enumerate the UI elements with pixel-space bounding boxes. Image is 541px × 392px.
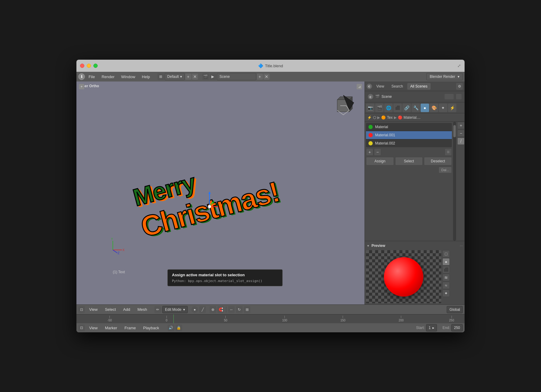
side-btn-slash[interactable]: / [457, 138, 465, 145]
material-row-0[interactable]: Material [366, 123, 452, 131]
timeline-marker-50: 50 [224, 316, 227, 322]
render-engine-selector[interactable]: Blender Render ▾ [426, 73, 463, 80]
pb-marker[interactable]: Marker [102, 324, 120, 331]
scene-icon-btn[interactable]: 🎬 [202, 73, 209, 80]
tab-search[interactable]: Search [388, 83, 406, 90]
prop-object-icon[interactable]: ⬛ [393, 104, 402, 112]
pb-playback[interactable]: Playback [140, 324, 162, 331]
sync-icon[interactable]: 🔒 [176, 324, 182, 331]
fullscreen-button[interactable]: ⤢ [457, 63, 461, 68]
audio-icon[interactable]: 🔊 [168, 324, 174, 331]
viewport-icon-btn[interactable]: ⊡ [78, 306, 85, 313]
preview-hair-btn[interactable]: ≋ [442, 274, 450, 281]
menu-file[interactable]: File [86, 73, 98, 80]
preview-header: ▼ Preview ··· [366, 242, 463, 249]
prop-texture-icon[interactable]: 🎨 [430, 104, 438, 112]
workspace-icon[interactable]: ⊞ [157, 73, 164, 80]
maximize-button[interactable] [93, 64, 98, 68]
prop-constraint-icon[interactable]: 🔗 [402, 104, 411, 112]
close-button[interactable] [80, 64, 84, 68]
minimize-button[interactable] [87, 64, 91, 68]
add-workspace-button[interactable]: + [185, 74, 191, 80]
start-frame[interactable]: 1 ▸ [426, 324, 437, 331]
preview-section: ▼ Preview ··· □ ● ⬛ ≋ ≈ [365, 241, 465, 304]
label: 200 [398, 319, 404, 322]
material-options-button[interactable]: ≡ [445, 148, 452, 156]
select-button[interactable]: Select [395, 157, 423, 165]
material-scrollbar[interactable] [453, 122, 456, 241]
render-icon-btn[interactable]: ▶ [210, 73, 216, 80]
toolbar-add[interactable]: Add [120, 306, 133, 313]
prop-particles-icon[interactable]: ✦ [439, 104, 447, 112]
material-row-2[interactable]: Material.002 [366, 139, 452, 147]
remove-scene-button[interactable]: ✕ [264, 74, 270, 80]
toolbar-mesh[interactable]: Mesh [134, 306, 150, 313]
scene-collapse-btn[interactable]: ◐ [368, 94, 373, 99]
material-row-1[interactable]: Material.001 [366, 131, 452, 139]
side-btn-down[interactable]: − [457, 130, 465, 137]
vertex-select-btn[interactable]: ● [191, 306, 198, 313]
menu-render[interactable]: Render [99, 73, 118, 80]
navigation-cube[interactable] [331, 94, 361, 124]
workspace-selector[interactable]: Default ▾ [165, 73, 185, 80]
transform-btn[interactable]: ↔ [228, 306, 235, 313]
scene-row[interactable]: ◐ 🎬 Scene [367, 93, 463, 100]
orientation-selector[interactable]: Global [447, 306, 463, 313]
pb-view[interactable]: View [86, 324, 101, 331]
prop-world-icon[interactable]: 🌐 [384, 104, 393, 112]
prop-modifier-icon[interactable]: 🔧 [412, 104, 420, 112]
pivot-btn[interactable]: ⊕ [210, 306, 216, 313]
material-list: Material Material.001 Material.002 [366, 123, 452, 147]
timeline-ruler[interactable]: -50 0 50 100 150 200 [76, 314, 465, 323]
playback-icon[interactable]: ⊡ [78, 324, 85, 331]
edge-select-btn[interactable]: ╱ [199, 306, 206, 313]
deselect-button[interactable]: Deselect [424, 157, 452, 165]
breadcrumb-tex[interactable]: 🟠 Tex [381, 115, 393, 120]
outliner-settings-icon[interactable]: ⚙ [456, 83, 463, 90]
prop-render-icon[interactable]: 📷 [366, 104, 375, 112]
preview-collapse-icon[interactable]: ▼ [367, 244, 370, 247]
pb-frame[interactable]: Frame [121, 324, 139, 331]
tick [166, 316, 167, 318]
preview-flat-btn[interactable]: □ [442, 250, 450, 257]
tab-all-scenes[interactable]: All Scenes [407, 83, 431, 90]
toolbar-view[interactable]: View [86, 306, 101, 313]
scene-filter-btn[interactable] [445, 94, 454, 99]
scene-extra-btn[interactable] [456, 94, 462, 99]
snap-btn[interactable]: 🧲 [217, 306, 224, 313]
preview-menu-icon[interactable]: ··· [460, 244, 463, 248]
preview-sphere-btn[interactable]: ● [442, 258, 450, 265]
tick [284, 316, 285, 318]
side-btn-up[interactable]: + [457, 122, 465, 129]
viewport[interactable]: User Ortho + ⊿ Merry Christmas! [76, 81, 365, 304]
breadcrumb-sep1: ▶ [377, 115, 380, 120]
end-frame[interactable]: 250 [451, 324, 463, 331]
breadcrumb-material[interactable]: 🔴 Material.... [398, 115, 421, 120]
tab-view[interactable]: View [373, 83, 387, 90]
scale-btn[interactable]: ⊞ [244, 306, 250, 313]
edit-mode-icon[interactable]: ✏ [154, 306, 161, 313]
scene-selector[interactable]: Scene [217, 73, 256, 80]
collapse-button[interactable]: ◐ [367, 84, 372, 89]
menu-window[interactable]: Window [118, 73, 138, 80]
dal-button[interactable]: Dal... [439, 167, 452, 173]
remove-workspace-button[interactable]: ✕ [192, 74, 198, 80]
axis-display: X Y Z [110, 238, 128, 256]
add-material-button[interactable]: + [366, 148, 373, 156]
remove-material-button[interactable]: − [374, 148, 381, 156]
preview-cube-btn[interactable]: ⬛ [442, 266, 450, 273]
transform-gizmo-svg [197, 188, 222, 213]
info-button[interactable]: ℹ [78, 73, 85, 80]
add-scene-button[interactable]: + [257, 74, 263, 80]
mode-selector[interactable]: Edit Mode ▾ [162, 306, 188, 313]
prop-scene-icon[interactable]: 🎬 [375, 104, 384, 112]
assign-button[interactable]: Assign [366, 157, 394, 165]
rotate-btn[interactable]: ↻ [236, 306, 243, 313]
preview-scene-btn[interactable]: ✦ [442, 290, 450, 297]
prop-physics-icon[interactable]: ⚡ [448, 104, 456, 112]
prop-material-icon[interactable]: ● [421, 104, 429, 112]
preview-sky-btn[interactable]: ≈ [442, 282, 450, 289]
toolbar-select[interactable]: Select [102, 306, 119, 313]
menu-help[interactable]: Help [139, 73, 153, 80]
tick [225, 316, 226, 318]
